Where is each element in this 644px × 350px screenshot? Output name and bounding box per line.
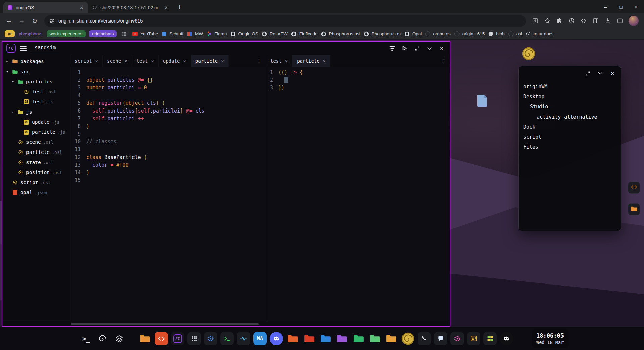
chevron-down-icon[interactable]: ▾ (5, 70, 9, 74)
address-bar[interactable]: origin.mistium.com/Versions/originv615 (44, 15, 526, 27)
tab-close-icon[interactable]: × (124, 58, 127, 64)
origin-badge[interactable] (401, 331, 415, 346)
apps-grid-app[interactable] (483, 331, 497, 346)
wm-item-Files[interactable]: Files (519, 142, 621, 152)
folder-purple[interactable] (335, 331, 349, 346)
layers-icon[interactable] (115, 335, 123, 343)
chat-app[interactable] (434, 331, 447, 346)
editor-left-code[interactable]: 123456789101112131415 object particles @… (70, 67, 266, 322)
tree-item-opal[interactable]: opal.json (2, 187, 70, 198)
collapse-icon[interactable] (425, 44, 433, 53)
tab-close-icon[interactable]: × (221, 58, 224, 64)
editor-tab-test[interactable]: test× (132, 55, 159, 67)
tree-item-scene[interactable]: scene.osl (2, 137, 70, 147)
bookmark-organ-os[interactable]: organ os (425, 31, 451, 37)
bookmark-mw[interactable]: MW (187, 31, 203, 37)
star-icon[interactable] (542, 15, 553, 26)
tree-item-particle[interactable]: JSparticle.js (2, 127, 70, 137)
wm-item-Studio[interactable]: Studio (519, 102, 621, 112)
document-icon[interactable] (477, 95, 487, 107)
folder-amber[interactable] (385, 331, 398, 346)
minimize-button[interactable]: – (598, 0, 613, 13)
scrollbar-thumb[interactable] (71, 323, 259, 325)
wm-item-Desktop[interactable]: Desktop (519, 92, 621, 102)
editor-tab-script[interactable]: script× (70, 55, 103, 67)
bookmark-phosphorus-osl[interactable]: Phosphorus.osl (321, 31, 360, 37)
close-window-button[interactable]: × (629, 0, 644, 13)
horizontal-scrollbar[interactable] (2, 322, 450, 326)
editor-left-lines[interactable]: object particles @= {}number particlei =… (85, 69, 266, 322)
folder-green[interactable] (352, 331, 365, 346)
edge-code-button[interactable] (628, 182, 640, 194)
bookmark-originchats[interactable]: originchats (89, 30, 117, 37)
wm-expand-icon[interactable] (584, 69, 592, 78)
files-folder-app[interactable] (138, 331, 152, 346)
bookmark-youtube[interactable]: YouTube (132, 31, 158, 37)
bookmark-figma[interactable]: Figma (206, 31, 227, 37)
tree-item-js[interactable]: ▾js (2, 107, 70, 117)
bookmark-roturtw[interactable]: RoturTW (262, 31, 288, 37)
tree-item-script[interactable]: script.osl (2, 177, 70, 187)
contacts-app[interactable] (467, 331, 480, 346)
terminal-app[interactable] (220, 331, 234, 346)
workspace-tab[interactable]: sandsim (31, 43, 59, 53)
tree-item-particles[interactable]: ▾particles (2, 77, 70, 87)
history-icon[interactable] (566, 15, 577, 26)
wa-app[interactable]: WA (253, 331, 267, 346)
folder-blue[interactable] (319, 331, 332, 346)
run-button[interactable] (400, 44, 409, 53)
folder-green-light[interactable] (368, 331, 382, 346)
discord-dark-app[interactable] (500, 331, 513, 346)
menu-icon[interactable] (20, 46, 27, 51)
tab-close-icon[interactable]: × (95, 58, 98, 64)
settings-blue-app[interactable] (204, 331, 217, 346)
numpad-app[interactable] (187, 331, 201, 346)
tab-close-icon[interactable]: × (285, 58, 288, 64)
maximize-button[interactable]: □ (613, 0, 629, 13)
tab-close-icon[interactable]: × (323, 58, 326, 64)
bookmark-yt[interactable]: yt (5, 30, 15, 37)
bookmark-opal[interactable]: Opal (404, 31, 422, 37)
expand-icon[interactable] (413, 44, 421, 53)
tab-groups-icon[interactable] (614, 15, 625, 26)
tree-item-state[interactable]: state.osl (2, 157, 70, 167)
phone-app[interactable] (418, 331, 431, 346)
apps-grid-icon[interactable] (121, 29, 128, 39)
back-button[interactable]: ← (3, 15, 15, 27)
close-app-icon[interactable]: × (438, 44, 446, 53)
edge-files-button[interactable] (628, 203, 640, 215)
bookmark-rotur-docs[interactable]: rotur docs (525, 31, 553, 37)
extensions-icon[interactable] (554, 15, 565, 26)
tab-close-icon[interactable]: × (151, 58, 154, 64)
tree-item-particle[interactable]: particle.osl (2, 147, 70, 157)
discord-app[interactable] (270, 331, 283, 346)
editor-tab-update[interactable]: update× (159, 55, 191, 67)
terminal-icon[interactable]: >_ (82, 335, 89, 342)
tab-close-icon[interactable]: × (79, 5, 84, 11)
editor-menu-icon[interactable]: ⋮ (252, 58, 266, 64)
chevron-down-icon[interactable]: ▾ (11, 110, 15, 114)
folder-red[interactable] (303, 331, 316, 346)
tree-item-packages[interactable]: ▸packages (2, 56, 70, 67)
activity-app[interactable] (237, 331, 250, 346)
editor-tab-particle[interactable]: particle× (292, 55, 330, 67)
forward-button[interactable]: → (16, 15, 28, 27)
osl-logo-icon[interactable]: FC (6, 44, 16, 53)
bookmark-panel-icon[interactable] (530, 15, 541, 26)
tree-item-src[interactable]: ▾src (2, 67, 70, 77)
bookmark-fluficode[interactable]: Fluficode (291, 31, 318, 37)
bookmark-work-experience[interactable]: work experience (47, 30, 86, 37)
reload-button[interactable]: ↻ (29, 15, 40, 27)
tree-item-position[interactable]: position.osl (2, 167, 70, 177)
site-settings-icon[interactable] (49, 15, 55, 26)
origin-badge-icon[interactable] (522, 47, 535, 60)
tab-close-icon[interactable]: × (183, 58, 186, 64)
tab-close-icon[interactable]: × (164, 5, 168, 11)
wm-item-originWM[interactable]: originWM (519, 82, 621, 92)
osl-fc-app[interactable]: FC (171, 331, 184, 346)
bookmark-schtuff[interactable]: Schtuff (161, 31, 183, 37)
editor-tab-scene[interactable]: scene× (103, 55, 132, 67)
bookmark-phosphorus[interactable]: phosphorus (18, 30, 43, 37)
editor-tab-particle[interactable]: particle× (191, 55, 229, 67)
folder-export[interactable] (286, 331, 300, 346)
